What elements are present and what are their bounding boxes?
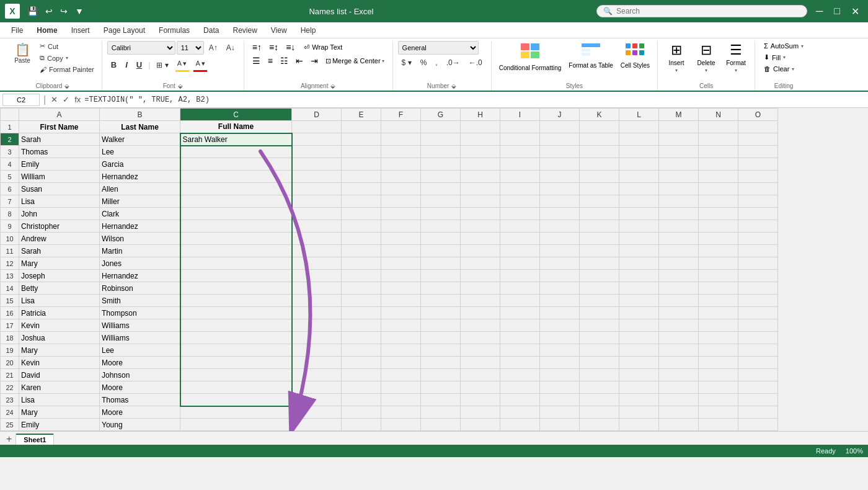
align-top-button[interactable]: ≡↑: [249, 41, 265, 53]
cell-f18[interactable]: [381, 332, 421, 344]
cell-g19[interactable]: [421, 344, 461, 357]
align-left-button[interactable]: ☰: [249, 55, 264, 67]
cell-j17[interactable]: [540, 319, 580, 332]
cell-l16[interactable]: [619, 307, 659, 319]
cell-h19[interactable]: [461, 344, 500, 357]
cell-j18[interactable]: [540, 332, 580, 344]
cell-o18[interactable]: [738, 332, 778, 344]
cell-d24[interactable]: [292, 406, 342, 419]
cell-e1[interactable]: [342, 121, 381, 133]
cell-m16[interactable]: [659, 307, 699, 319]
cell-k25[interactable]: [580, 419, 619, 431]
cell-i21[interactable]: [500, 369, 540, 381]
cell-k24[interactable]: [580, 406, 619, 419]
cell-b6[interactable]: Allen: [100, 183, 180, 195]
cell-h9[interactable]: [461, 220, 500, 233]
cell-f5[interactable]: [381, 171, 421, 183]
cell-o13[interactable]: [738, 270, 778, 282]
cell-a2[interactable]: Sarah: [19, 133, 100, 146]
quick-access-dropdown[interactable]: ▼: [73, 5, 86, 17]
cell-j19[interactable]: [540, 344, 580, 357]
cell-a25[interactable]: Emily: [19, 419, 100, 431]
cell-i13[interactable]: [500, 270, 540, 282]
cell-j4[interactable]: [540, 158, 580, 171]
cell-i4[interactable]: [500, 158, 540, 171]
borders-button[interactable]: ⊞ ▾: [153, 59, 172, 71]
decrease-font-size-button[interactable]: A↓: [223, 42, 239, 54]
cell-b16[interactable]: Thompson: [100, 307, 180, 319]
cell-d4[interactable]: [292, 158, 342, 171]
cell-j15[interactable]: [540, 295, 580, 307]
number-format-select[interactable]: General Number Currency Percentage: [398, 41, 479, 55]
cell-i14[interactable]: [500, 282, 540, 295]
cell-i2[interactable]: [500, 133, 540, 146]
wrap-text-button[interactable]: ⏎ Wrap Text: [299, 41, 347, 53]
cell-b4[interactable]: Garcia: [100, 158, 180, 171]
cell-l11[interactable]: [619, 245, 659, 257]
cell-n18[interactable]: [699, 332, 738, 344]
cell-n13[interactable]: [699, 270, 738, 282]
col-header-k[interactable]: K: [580, 109, 619, 121]
cell-o8[interactable]: [738, 208, 778, 220]
cell-m22[interactable]: [659, 381, 699, 394]
cell-h3[interactable]: [461, 146, 500, 158]
cell-d18[interactable]: [292, 332, 342, 344]
cell-l19[interactable]: [619, 344, 659, 357]
cell-k9[interactable]: [580, 220, 619, 233]
cell-l18[interactable]: [619, 332, 659, 344]
font-color-button[interactable]: A ▾: [192, 58, 209, 69]
cell-d5[interactable]: [292, 171, 342, 183]
cell-j21[interactable]: [540, 369, 580, 381]
cell-j23[interactable]: [540, 394, 580, 406]
cell-k8[interactable]: [580, 208, 619, 220]
cell-b3[interactable]: Lee: [100, 146, 180, 158]
cell-j9[interactable]: [540, 220, 580, 233]
cell-m8[interactable]: [659, 208, 699, 220]
cell-n9[interactable]: [699, 220, 738, 233]
cell-h12[interactable]: [461, 257, 500, 270]
cell-h8[interactable]: [461, 208, 500, 220]
col-header-h[interactable]: H: [461, 109, 500, 121]
fill-color-button[interactable]: A ▾: [174, 58, 191, 69]
cell-a3[interactable]: Thomas: [19, 146, 100, 158]
cell-g25[interactable]: [421, 419, 461, 431]
cell-g10[interactable]: [421, 233, 461, 245]
cell-e14[interactable]: [342, 282, 381, 295]
cell-n10[interactable]: [699, 233, 738, 245]
cell-e12[interactable]: [342, 257, 381, 270]
cell-f11[interactable]: [381, 245, 421, 257]
cell-c7[interactable]: [180, 195, 292, 208]
cell-f19[interactable]: [381, 344, 421, 357]
cell-j11[interactable]: [540, 245, 580, 257]
insert-function-button[interactable]: fx: [73, 95, 82, 104]
cell-a20[interactable]: Kevin: [19, 357, 100, 369]
insert-cells-button[interactable]: ⊞ Insert ▾: [663, 41, 690, 74]
cell-n12[interactable]: [699, 257, 738, 270]
cell-j7[interactable]: [540, 195, 580, 208]
cell-l23[interactable]: [619, 394, 659, 406]
cell-g4[interactable]: [421, 158, 461, 171]
cell-f22[interactable]: [381, 381, 421, 394]
cell-e3[interactable]: [342, 146, 381, 158]
cell-l9[interactable]: [619, 220, 659, 233]
cell-n24[interactable]: [699, 406, 738, 419]
col-header-j[interactable]: J: [540, 109, 580, 121]
cell-b19[interactable]: Lee: [100, 344, 180, 357]
copy-button[interactable]: ⧉ Copy ▾: [37, 53, 97, 63]
cell-h4[interactable]: [461, 158, 500, 171]
cell-o9[interactable]: [738, 220, 778, 233]
cell-d1[interactable]: [292, 121, 342, 133]
cell-f13[interactable]: [381, 270, 421, 282]
align-middle-button[interactable]: ≡↕: [266, 41, 281, 53]
cell-n8[interactable]: [699, 208, 738, 220]
cell-f1[interactable]: [381, 121, 421, 133]
cell-n19[interactable]: [699, 344, 738, 357]
delete-cells-button[interactable]: ⊟ Delete ▾: [693, 41, 720, 74]
menu-data[interactable]: Data: [197, 24, 225, 37]
increase-font-size-button[interactable]: A↑: [205, 42, 221, 54]
cell-a7[interactable]: Lisa: [19, 195, 100, 208]
cell-d23[interactable]: [292, 394, 342, 406]
cell-g1[interactable]: [421, 121, 461, 133]
cell-i24[interactable]: [500, 406, 540, 419]
cell-f7[interactable]: [381, 195, 421, 208]
